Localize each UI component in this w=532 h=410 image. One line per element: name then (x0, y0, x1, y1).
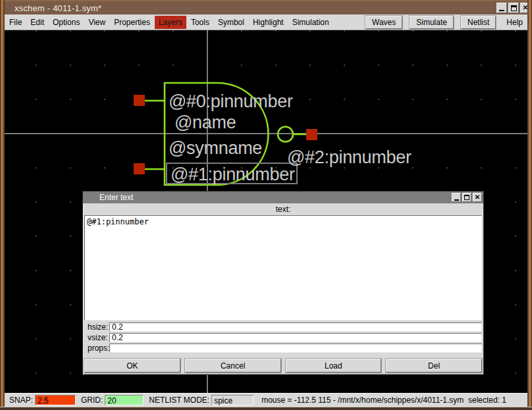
props-label: props: (83, 344, 109, 353)
vsize-input[interactable] (109, 333, 482, 342)
maximize-button[interactable] (508, 3, 519, 13)
netlist-mode-value: spice (211, 395, 253, 405)
enter-text-dialog: Enter text ✕ text: @#1:pinnumber hsize: … (82, 191, 484, 375)
menu-simulation[interactable]: Simulation (288, 16, 333, 29)
waves-button[interactable]: Waves (365, 16, 402, 29)
minimize-icon (499, 10, 504, 11)
titlebar[interactable]: xschem - 4011-1.sym* ✕ (0, 0, 532, 14)
minimize-button[interactable] (496, 3, 507, 13)
xschem-window: xschem - 4011-1.sym* ✕ File Edit Options… (0, 0, 532, 410)
dialog-button-row: OK Cancel Load Del (83, 353, 483, 374)
menu-options[interactable]: Options (49, 16, 84, 29)
label-symname[interactable]: @symname (169, 140, 262, 157)
menu-tools[interactable]: Tools (187, 16, 213, 29)
menu-highlight[interactable]: Highlight (249, 16, 288, 29)
output-pin[interactable] (306, 129, 317, 140)
label-pin0[interactable]: @#0:pinnumber (169, 93, 293, 111)
hsize-label: hsize: (83, 322, 109, 332)
window-controls: ✕ (496, 3, 532, 13)
menu-symbol[interactable]: Symbol (214, 16, 248, 29)
vsize-row: vsize: (83, 332, 482, 343)
dialog-titlebar[interactable]: Enter text ✕ (83, 192, 483, 203)
snap-value-field[interactable]: 2.5 (35, 395, 76, 405)
maximize-icon (511, 5, 517, 11)
del-button[interactable]: Del (386, 359, 482, 372)
text-input-area[interactable]: @#1:pinnumber (84, 215, 482, 320)
props-row: props: (83, 343, 482, 353)
netlist-mode-label: NETLIST MODE: (149, 396, 209, 405)
statusbar: SNAP: 2.5 GRID: 20 NETLIST MODE: spice m… (5, 393, 527, 407)
window-frame-left (0, 0, 5, 410)
label-pin1-selected[interactable]: @#1:pinnumber (171, 166, 295, 184)
cancel-button[interactable]: Cancel (185, 359, 281, 372)
dialog-maximize-button[interactable] (462, 193, 471, 202)
mouse-coordinates-status: mouse = -112.5 115 - /mnt/x/home/schippe… (261, 396, 506, 405)
netlist-button[interactable]: Netlist (461, 16, 496, 29)
grid-label: GRID: (81, 396, 103, 405)
props-input[interactable] (109, 344, 482, 353)
dialog-window-controls: ✕ (452, 193, 483, 202)
window-frame-bottom (0, 407, 532, 410)
close-icon: ✕ (475, 194, 480, 201)
menu-edit[interactable]: Edit (26, 16, 48, 29)
window-frame-right (527, 0, 532, 410)
ok-button[interactable]: OK (84, 359, 180, 372)
minimize-icon (454, 199, 459, 201)
menu-properties[interactable]: Properties (110, 16, 154, 29)
menu-file[interactable]: File (5, 16, 26, 29)
input-pin-a[interactable] (134, 95, 145, 106)
maximize-icon (464, 195, 469, 200)
window-title: xschem - 4011-1.sym* (0, 3, 101, 13)
dialog-minimize-button[interactable] (452, 193, 461, 202)
dialog-close-button[interactable]: ✕ (473, 193, 482, 202)
label-pin2[interactable]: @#2:pinnumber (287, 149, 412, 167)
label-name[interactable]: @name (174, 114, 236, 132)
simulate-button[interactable]: Simulate (410, 16, 454, 29)
vsize-label: vsize: (83, 333, 109, 342)
menu-layers[interactable]: Layers (155, 16, 186, 29)
load-button[interactable]: Load (286, 359, 382, 372)
menu-view[interactable]: View (84, 16, 109, 29)
grid-value-field[interactable]: 20 (105, 395, 144, 405)
dialog-title: Enter text (83, 193, 133, 202)
inversion-bubble[interactable] (278, 127, 293, 142)
input-pin-b[interactable] (134, 163, 145, 174)
hsize-row: hsize: (83, 322, 482, 332)
text-field-label: text: (83, 203, 483, 215)
snap-label: SNAP: (9, 396, 33, 405)
menubar: File Edit Options View Properties Layers… (5, 14, 527, 30)
hsize-input[interactable] (109, 322, 482, 332)
menu-help[interactable]: Help (503, 16, 526, 29)
